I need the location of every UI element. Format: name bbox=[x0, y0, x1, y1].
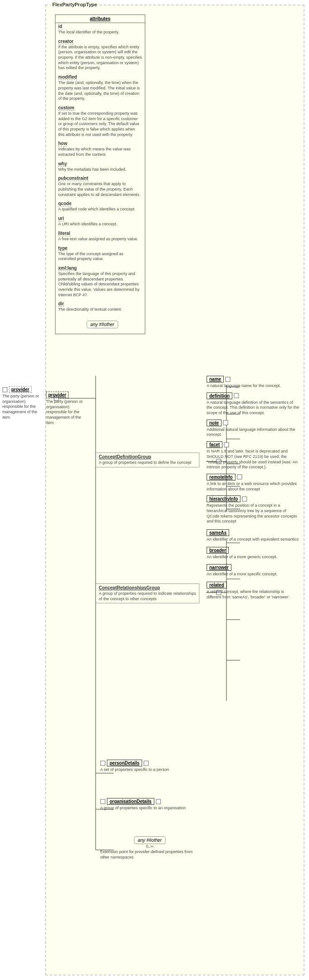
persondetails-ext-icon bbox=[143, 761, 149, 766]
person-details-container: personDetails A set of properties specif… bbox=[100, 760, 199, 773]
right-item-sameas: sameAs An identifier of a concept with e… bbox=[207, 529, 299, 542]
name-conn-icon bbox=[225, 377, 231, 382]
attr-desc-dir: The directionality of textual content. bbox=[58, 307, 142, 313]
attr-item-id: id The local identifier of the property. bbox=[55, 23, 145, 38]
concept-definition-group-label: ConceptDefinitionGroup bbox=[99, 454, 196, 459]
attr-name-modified: modified bbox=[58, 75, 77, 80]
right-label-broader: broader bbox=[207, 547, 229, 554]
right-item-related: related A related concept, where the rel… bbox=[207, 582, 299, 600]
right-desc-note: Additional natural language information … bbox=[207, 427, 299, 438]
persondetails-label: personDetails bbox=[107, 760, 142, 766]
svg-rect-42 bbox=[156, 799, 161, 804]
attr-item-dir: dir The directionality of textual conten… bbox=[55, 300, 145, 315]
right-desc-narrower: An identifier of a more specific concept… bbox=[207, 572, 299, 577]
attributes-any-other: any ##other bbox=[87, 321, 119, 328]
right-label-definition: definition bbox=[207, 392, 232, 399]
orgdetails-label: organisationDetails bbox=[107, 798, 154, 805]
attr-item-xmllang: xml:lang Specifies the language of this … bbox=[55, 265, 145, 300]
attr-desc-qcode: A qualified code which identifies a conc… bbox=[58, 207, 142, 212]
attr-desc-how: Indicates by which means the value was e… bbox=[58, 147, 142, 157]
attributes-title: attributes bbox=[55, 15, 145, 23]
attr-name-how: how bbox=[58, 141, 67, 146]
orgdetails-ext-icon bbox=[156, 799, 161, 804]
orgdetails-desc: A group of properties specific to an org… bbox=[100, 806, 199, 811]
remoteinfo-conn-icon bbox=[237, 474, 242, 480]
right-item-narrower: narrower An identifier of a more specifi… bbox=[207, 564, 299, 577]
any-other-bottom-label: any ##other bbox=[134, 836, 166, 844]
attr-desc-why: Why the metadata has been included. bbox=[58, 167, 142, 173]
definition-conn-icon bbox=[234, 393, 239, 398]
main-container: FlexPartyPropType attributes id The loca… bbox=[0, 0, 309, 980]
svg-rect-38 bbox=[242, 497, 247, 501]
attr-name-qcode: qcode bbox=[58, 201, 71, 206]
attr-name-why: why bbox=[58, 161, 67, 167]
right-desc-definition: A natural language definition of the sem… bbox=[207, 400, 299, 416]
attr-item-how: how Indicates by which means the value w… bbox=[55, 140, 145, 160]
orgdetails-conn-icon bbox=[100, 799, 106, 804]
right-label-name: name bbox=[207, 376, 224, 383]
provider-container: provider The party (person or organisati… bbox=[46, 392, 89, 425]
attr-item-why: why Why the metadata has been included. bbox=[55, 160, 145, 175]
note-conn-icon bbox=[223, 420, 228, 425]
provider-label: provider bbox=[46, 392, 69, 398]
attr-desc-xmllang: Specifies the language of this property … bbox=[58, 271, 142, 298]
hierarchyinfo-conn-icon bbox=[242, 496, 247, 502]
attr-item-custom: custom If set to true the corresponding … bbox=[55, 104, 145, 140]
svg-rect-40 bbox=[144, 761, 148, 765]
outer-box: FlexPartyPropType attributes id The loca… bbox=[45, 5, 304, 975]
concept-relationships-group-desc: A group of properties required to indica… bbox=[99, 591, 196, 602]
attr-name-custom: custom bbox=[58, 105, 74, 111]
right-label-facet: facet bbox=[207, 441, 222, 448]
right-desc-name: A natural language name for the concept. bbox=[207, 383, 299, 389]
provider-description: The party (person or organisation) respo… bbox=[2, 394, 43, 420]
attr-desc-custom: If set to true the corresponding propert… bbox=[58, 111, 142, 137]
concept-definition-group: ConceptDefinitionGroup A group of proper… bbox=[96, 453, 199, 467]
right-item-name: name A natural language name for the con… bbox=[207, 376, 299, 389]
right-label-sameas: sameAs bbox=[207, 529, 229, 536]
right-elements-container: name A natural language name for the con… bbox=[207, 376, 299, 528]
provider-outer: provider The party (person or organisati… bbox=[2, 386, 43, 420]
attr-item-literal: literal A free-text value assigned as pr… bbox=[55, 230, 145, 245]
svg-rect-33 bbox=[226, 377, 230, 382]
svg-rect-34 bbox=[234, 393, 239, 398]
right-label-narrower: narrower bbox=[207, 564, 231, 571]
svg-rect-41 bbox=[101, 799, 105, 804]
concept-relationships-group-label: ConceptRelationshipsGroup bbox=[99, 585, 196, 590]
svg-rect-39 bbox=[101, 761, 105, 765]
attr-name-xmllang: xml:lang bbox=[58, 266, 77, 271]
svg-rect-35 bbox=[223, 420, 228, 425]
attr-item-creator: creator If the attribute is empty, speci… bbox=[55, 38, 145, 74]
persondetails-desc: A set of properties specific to a person bbox=[100, 767, 199, 773]
attr-name-literal: literal bbox=[58, 231, 70, 236]
any-other-bottom-mult: 0..∞ bbox=[100, 844, 199, 849]
right-desc-sameas: An identifier of a concept with equivale… bbox=[207, 537, 299, 542]
attr-name-creator: creator bbox=[58, 39, 74, 44]
svg-rect-36 bbox=[224, 443, 229, 447]
provider-desc: The party (person or organisation) respo… bbox=[46, 399, 87, 425]
right-desc-hierarchyinfo: Represents the position of a concept in … bbox=[207, 503, 299, 524]
attr-name-uri: uri bbox=[58, 216, 64, 221]
right-item-facet: facet In NAR 1.8 and later, facet is dep… bbox=[207, 441, 299, 470]
any-other-bottom-desc: Extension point for provider-defined pro… bbox=[100, 849, 199, 860]
right-desc-broader: An identifier of a more generic concept. bbox=[207, 555, 299, 560]
right-label-hierarchyinfo: hierarchyInfo bbox=[207, 495, 240, 502]
attr-desc-modified: The date (and, optionally, the time) whe… bbox=[58, 80, 142, 102]
attr-desc-id: The local identifier of the property. bbox=[58, 30, 142, 35]
right-label-note: note bbox=[207, 420, 221, 426]
any-other-bottom-container: any ##other 0..∞ Extension point for pro… bbox=[100, 836, 199, 860]
right-item-broader: broader An identifier of a more generic … bbox=[207, 547, 299, 560]
right-label-remoteinfo: remoteInfo bbox=[207, 474, 235, 481]
right-label-related: related bbox=[207, 582, 227, 588]
attr-item-uri: uri A URI which identifies a concept. bbox=[55, 215, 145, 230]
right-desc-facet: In NAR 1.8 and later, facet is deprecate… bbox=[207, 449, 299, 470]
attr-name-type: type bbox=[58, 246, 68, 251]
provider-name-label: provider bbox=[9, 386, 32, 393]
attributes-box: attributes id The local identifier of th… bbox=[55, 14, 145, 334]
attr-desc-literal: A free-text value assigned as property v… bbox=[58, 237, 142, 242]
attr-desc-uri: A URI which identifies a concept. bbox=[58, 222, 142, 227]
organisation-details-container: organisationDetails A group of propertie… bbox=[100, 798, 199, 811]
facet-conn-icon bbox=[224, 442, 229, 448]
right-elements-group2: sameAs An identifier of a concept with e… bbox=[207, 529, 299, 604]
provider-conn-icon bbox=[2, 387, 8, 392]
right-desc-remoteinfo: A link to an item or a web resource whic… bbox=[207, 481, 299, 492]
